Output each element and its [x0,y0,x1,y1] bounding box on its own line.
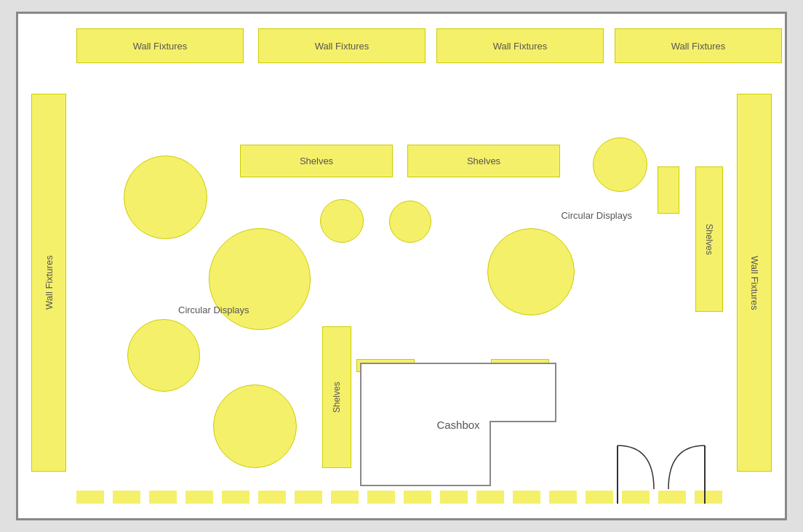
circular-displays-right-text: Circular Displays [561,210,632,221]
circular-display-large-right [487,228,575,315]
circular-display-top-right [593,137,647,192]
floor-plan: Wall Fixtures Wall Fixtures Wall Fixture… [16,12,787,520]
circular-display-large-bottom [213,384,297,468]
circular-display-medium-lower-left [127,319,200,392]
wall-fixture-right: Wall Fixtures [737,94,772,472]
circular-display-small-2 [389,201,431,243]
wall-fixture-left-label: Wall Fixtures [44,256,55,310]
shelves-right-vertical: Shelves [695,166,723,312]
circular-display-large-top-left [124,156,207,239]
wall-fixture-top-3-label: Wall Fixtures [493,41,548,52]
shelves-vertical-center-label: Shelves [332,382,342,413]
circular-displays-label-left: Circular Displays [178,305,249,315]
door [603,438,719,504]
wall-fixture-top-1: Wall Fixtures [76,28,244,63]
shelves-top-1-label: Shelves [300,156,333,166]
shelves-right-label: Shelves [704,224,714,255]
shelves-top-2: Shelves [407,145,560,177]
wall-fixture-top-4-label: Wall Fixtures [671,41,726,52]
circular-displays-left-text: Circular Displays [178,305,249,315]
small-fixture-top-right [658,166,679,214]
cashbox-label: Cashbox [436,419,479,431]
shelves-top-2-label: Shelves [467,156,500,166]
wall-fixture-top-1-label: Wall Fixtures [133,41,188,52]
shelves-top-1: Shelves [240,145,393,177]
wall-fixture-right-label: Wall Fixtures [749,256,760,310]
wall-fixture-top-3: Wall Fixtures [436,28,604,63]
wall-fixture-top-2: Wall Fixtures [258,28,426,63]
shelves-vertical-center: Shelves [322,326,351,468]
wall-fixture-top-4: Wall Fixtures [615,28,782,63]
wall-fixture-left: Wall Fixtures [31,94,66,472]
circular-display-small-1 [320,199,364,243]
wall-fixture-top-2-label: Wall Fixtures [315,41,369,52]
cashbox-extension [490,421,556,486]
circular-displays-label-right: Circular Displays [561,210,632,221]
